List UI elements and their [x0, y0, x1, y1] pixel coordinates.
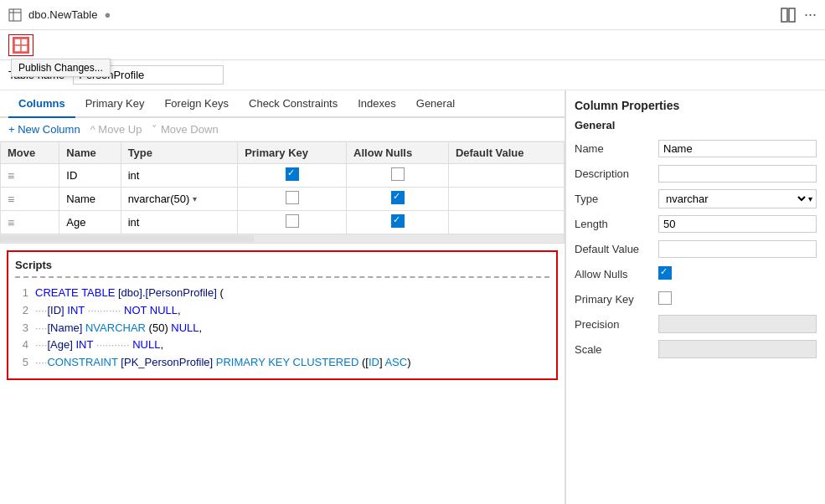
type-dropdown-icon[interactable]: ▾ — [193, 194, 197, 203]
allow-nulls-checkbox[interactable] — [391, 191, 405, 204]
publish-button[interactable]: Publish Changes... — [8, 34, 34, 56]
name-cell[interactable]: Name — [59, 188, 121, 211]
layout-icon[interactable] — [781, 8, 796, 23]
table-header-row: Move Name Type Primary Key Allow Nulls D… — [1, 142, 565, 164]
type-select-chevron: ▾ — [808, 194, 812, 203]
primary-key-checkbox[interactable] — [286, 167, 299, 181]
tab-check-constraints[interactable]: Check Constraints — [239, 90, 348, 118]
type-cell[interactable]: int — [121, 211, 238, 234]
prop-value-description — [658, 165, 817, 183]
type-cell[interactable]: nvarchar(50) ▾ — [121, 188, 238, 211]
title-dot: ● — [104, 8, 111, 21]
scripts-panel: Scripts 1 CREATE TABLE [dbo].[PersonProf… — [7, 250, 558, 380]
table-row: ≡ Name nvarchar(50) ▾ — [1, 188, 565, 211]
line-content: ····[Age] INT ··········· NULL, — [35, 337, 163, 354]
prop-label-allow-nulls: Allow Nulls — [575, 268, 658, 280]
move-handle[interactable]: ≡ — [8, 169, 13, 183]
move-handle[interactable]: ≡ — [8, 216, 13, 229]
toolbar: Publish Changes... — [0, 30, 825, 60]
primary-key-checkbox[interactable] — [286, 214, 299, 228]
table-row: ≡ Age int — [1, 211, 565, 234]
move-cell: ≡ — [1, 188, 59, 211]
col-header-allow-nulls: Allow Nulls — [347, 142, 449, 164]
name-cell[interactable]: Age — [59, 211, 121, 234]
columns-table-wrapper: Move Name Type Primary Key Allow Nulls D… — [0, 141, 565, 244]
primary-key-checkbox[interactable] — [286, 191, 299, 204]
prop-value-type: int nvarchar varchar bit datetime float … — [658, 189, 817, 208]
move-down-button[interactable]: ˅ Move Down — [152, 123, 218, 136]
tab-columns[interactable]: Columns — [8, 90, 75, 118]
tab-indexes[interactable]: Indexes — [348, 90, 406, 118]
col-header-primary-key: Primary Key — [238, 142, 347, 164]
line-content: ····[ID] INT ··········· NOT NULL, — [35, 302, 181, 320]
line-content: ····CONSTRAINT [PK_PersonProfile] PRIMAR… — [35, 354, 410, 372]
prop-value-length — [658, 215, 817, 233]
move-up-button[interactable]: ^ Move Up — [90, 123, 142, 136]
prop-value-precision — [658, 315, 817, 333]
prop-row-description: Description — [575, 163, 817, 183]
tab-primary-key[interactable]: Primary Key — [75, 90, 155, 118]
col-header-move: Move — [1, 142, 59, 164]
script-line: 5 ····CONSTRAINT [PK_PersonProfile] PRIM… — [15, 354, 549, 372]
default-value-cell[interactable] — [448, 164, 564, 188]
tab-general[interactable]: General — [406, 90, 465, 118]
prop-label-scale: Scale — [575, 343, 658, 356]
default-value-cell[interactable] — [448, 211, 564, 234]
columns-table: Move Name Type Primary Key Allow Nulls D… — [0, 141, 565, 244]
primary-key-cell — [238, 164, 347, 188]
default-value-cell[interactable] — [448, 188, 564, 211]
line-content: CREATE TABLE [dbo].[PersonProfile] ( — [35, 285, 224, 302]
scrollbar-cell — [1, 234, 565, 244]
svg-rect-5 — [15, 39, 20, 44]
move-handle[interactable]: ≡ — [8, 193, 13, 206]
prop-value-name — [658, 140, 817, 157]
prop-row-default-value: Default Value — [575, 239, 817, 259]
allow-nulls-checkbox[interactable] — [391, 167, 405, 181]
tabs-bar: Columns Primary Key Foreign Keys Check C… — [0, 90, 565, 118]
prop-row-type: Type int nvarchar varchar bit datetime f… — [575, 188, 817, 208]
publish-tooltip: Publish Changes... — [11, 59, 111, 77]
col-header-default-value: Default Value — [448, 142, 564, 164]
allow-nulls-prop-checkbox[interactable] — [658, 266, 672, 280]
precision-readonly — [658, 315, 817, 333]
svg-rect-4 — [789, 8, 795, 22]
svg-rect-6 — [22, 39, 27, 44]
prop-value-default-value — [658, 240, 817, 258]
title-bar: dbo.NewTable ● ··· — [0, 0, 825, 30]
name-cell[interactable]: ID — [59, 164, 121, 188]
type-select-wrapper: int nvarchar varchar bit datetime float … — [658, 189, 817, 208]
prop-row-scale: Scale — [575, 339, 817, 359]
prop-label-precision: Precision — [575, 318, 658, 331]
publish-icon — [13, 37, 29, 54]
prop-input-default-value[interactable] — [658, 240, 817, 258]
svg-rect-8 — [22, 46, 27, 51]
general-section-title: General — [575, 119, 817, 131]
line-number: 2 — [15, 302, 28, 320]
prop-input-description[interactable] — [658, 165, 817, 183]
script-line: 2 ····[ID] INT ··········· NOT NULL, — [15, 302, 549, 320]
tab-foreign-keys[interactable]: Foreign Keys — [154, 90, 239, 118]
move-cell: ≡ — [1, 211, 59, 234]
title-actions: ··· — [781, 6, 817, 23]
table-name-row: Table name — [0, 60, 825, 90]
prop-input-length[interactable] — [658, 215, 817, 233]
left-panel: Columns Primary Key Foreign Keys Check C… — [0, 90, 565, 504]
more-options-icon[interactable]: ··· — [804, 6, 817, 23]
primary-key-prop-checkbox[interactable] — [658, 291, 672, 305]
svg-rect-0 — [9, 9, 21, 21]
prop-input-name[interactable] — [658, 140, 817, 157]
allow-nulls-checkbox[interactable] — [391, 214, 405, 228]
svg-rect-7 — [15, 46, 20, 51]
svg-rect-3 — [781, 8, 787, 22]
prop-row-allow-nulls: Allow Nulls — [575, 264, 817, 284]
line-number: 4 — [15, 337, 28, 354]
scripts-title: Scripts — [15, 259, 549, 271]
prop-row-precision: Precision — [575, 314, 817, 334]
type-cell[interactable]: int — [121, 164, 238, 188]
type-select[interactable]: int nvarchar varchar bit datetime float — [663, 192, 808, 206]
table-icon — [8, 8, 22, 22]
prop-label-name: Name — [575, 142, 658, 155]
line-number: 1 — [15, 285, 28, 302]
allow-nulls-cell — [347, 188, 449, 211]
new-column-button[interactable]: + New Column — [8, 123, 80, 136]
